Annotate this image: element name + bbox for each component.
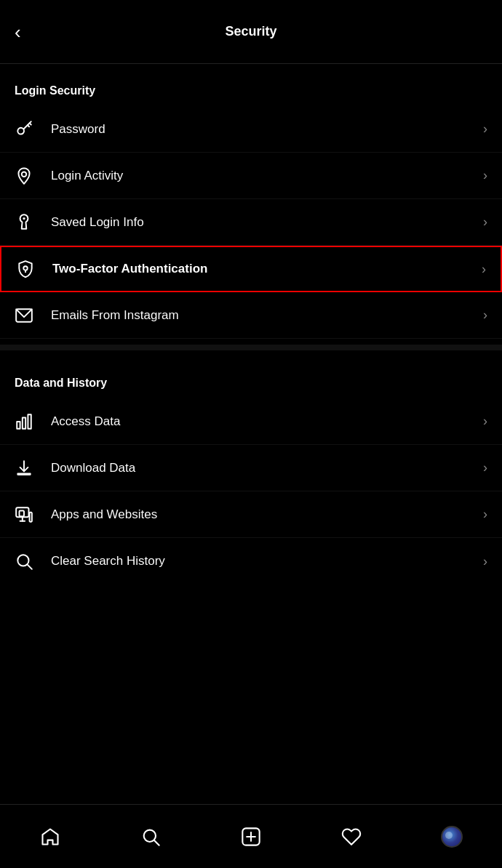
svg-rect-16 xyxy=(20,510,25,516)
page-title: Security xyxy=(225,24,276,39)
access-data-label: Access Data xyxy=(51,414,477,429)
download-data-menu-item[interactable]: Download Data › xyxy=(0,445,502,491)
access-data-chevron: › xyxy=(483,414,487,429)
bottom-nav xyxy=(0,804,502,868)
saved-login-label: Saved Login Info xyxy=(51,215,477,230)
content: Login Security Password › Login Activity… xyxy=(0,64,502,804)
svg-line-23 xyxy=(154,840,159,845)
key-icon xyxy=(15,120,41,139)
password-menu-item[interactable]: Password › xyxy=(0,106,502,153)
emails-menu-item[interactable]: Emails From Instagram › xyxy=(0,292,502,339)
login-activity-menu-item[interactable]: Login Activity › xyxy=(0,153,502,199)
svg-rect-11 xyxy=(28,414,31,429)
emails-chevron: › xyxy=(483,308,487,323)
nav-add[interactable] xyxy=(229,815,273,859)
section-divider xyxy=(0,345,502,350)
shield-lock-icon xyxy=(16,260,42,278)
saved-login-chevron: › xyxy=(483,214,487,230)
two-factor-menu-item[interactable]: Two-Factor Authentication › xyxy=(0,246,502,292)
mail-icon xyxy=(15,306,41,325)
svg-line-3 xyxy=(28,125,29,126)
monitor-icon xyxy=(15,505,41,524)
saved-login-menu-item[interactable]: Saved Login Info › xyxy=(0,199,502,246)
login-security-section-header: Login Security xyxy=(0,64,502,106)
svg-line-2 xyxy=(30,123,31,124)
svg-rect-10 xyxy=(23,417,25,428)
header: ‹ Security xyxy=(0,0,502,64)
login-activity-chevron: › xyxy=(483,168,487,183)
download-icon xyxy=(15,459,41,478)
svg-line-21 xyxy=(28,565,32,569)
download-data-chevron: › xyxy=(483,460,487,475)
nav-activity[interactable] xyxy=(330,815,373,859)
nav-search[interactable] xyxy=(129,815,172,859)
location-icon xyxy=(15,166,41,185)
heart-icon xyxy=(341,827,362,847)
apps-websites-menu-item[interactable]: Apps and Websites › xyxy=(0,491,502,538)
clear-search-label: Clear Search History xyxy=(51,554,477,568)
download-data-label: Download Data xyxy=(51,461,477,475)
nav-profile[interactable] xyxy=(430,815,474,859)
home-icon xyxy=(40,827,60,847)
apps-websites-label: Apps and Websites xyxy=(51,507,477,522)
clear-search-chevron: › xyxy=(483,554,487,569)
plus-square-icon xyxy=(241,827,261,847)
password-label: Password xyxy=(51,122,477,137)
password-chevron: › xyxy=(483,121,487,137)
svg-rect-19 xyxy=(30,512,32,521)
two-factor-label: Two-Factor Authentication xyxy=(52,262,476,276)
bar-chart-icon xyxy=(15,412,41,431)
key-hole-icon xyxy=(15,213,41,232)
clear-search-menu-item[interactable]: Clear Search History › xyxy=(0,538,502,584)
data-history-section-header: Data and History xyxy=(0,356,502,398)
search-circle-icon xyxy=(15,552,41,571)
emails-label: Emails From Instagram xyxy=(51,308,477,323)
svg-point-4 xyxy=(22,172,27,177)
search-nav-icon xyxy=(140,827,161,847)
svg-rect-9 xyxy=(17,422,20,429)
login-activity-label: Login Activity xyxy=(51,169,477,183)
back-button[interactable]: ‹ xyxy=(15,23,21,41)
two-factor-chevron: › xyxy=(482,262,486,277)
access-data-menu-item[interactable]: Access Data › xyxy=(0,398,502,445)
apps-websites-chevron: › xyxy=(483,507,487,522)
nav-home[interactable] xyxy=(28,815,72,859)
svg-point-5 xyxy=(23,217,25,219)
avatar xyxy=(441,826,463,848)
